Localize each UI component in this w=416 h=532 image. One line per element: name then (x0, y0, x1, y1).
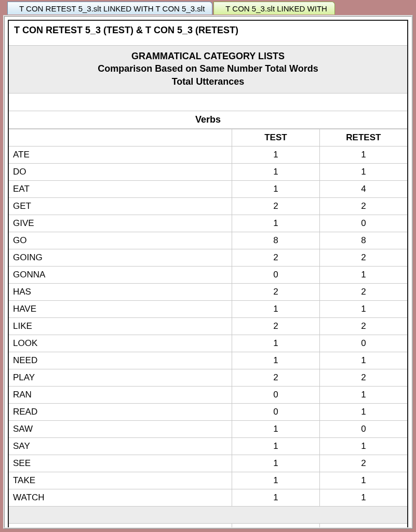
cell-retest: 2 (319, 317, 407, 335)
total-test: 30 (232, 523, 320, 529)
cell-retest: 0 (319, 335, 407, 352)
cell-word: PLAY (9, 369, 232, 386)
cell-test: 2 (232, 249, 320, 266)
cell-word: LOOK (9, 335, 232, 352)
cell-retest: 4 (319, 180, 407, 197)
cell-word: HAVE (9, 300, 232, 317)
cell-word: GET (9, 197, 232, 215)
cell-retest: 0 (319, 420, 407, 437)
table-row: HAVE11 (9, 300, 407, 317)
cell-test: 1 (232, 146, 320, 163)
report-title: T CON RETEST 5_3 (TEST) & T CON 5_3 (RET… (9, 21, 407, 45)
content-border: T CON RETEST 5_3 (TEST) & T CON 5_3 (RET… (3, 15, 413, 529)
header-line1: GRAMMATICAL CATEGORY LISTS (12, 50, 404, 62)
cell-retest: 2 (319, 249, 407, 266)
cell-word: SAW (9, 420, 232, 437)
cell-retest: 2 (319, 455, 407, 472)
cell-test: 1 (232, 163, 320, 180)
table-row: SAW10 (9, 420, 407, 437)
cell-retest: 2 (319, 197, 407, 215)
table-row: ATE11 (9, 146, 407, 163)
cell-word: WATCH (9, 489, 232, 506)
total-retest: 34 (319, 523, 407, 529)
col-word-header (9, 129, 232, 146)
cell-word: TAKE (9, 472, 232, 489)
cell-test: 1 (232, 472, 320, 489)
cell-retest: 1 (319, 300, 407, 317)
cell-retest: 1 (319, 266, 407, 283)
cell-word: SAY (9, 437, 232, 455)
total-label: Total Frequency (9, 523, 232, 529)
cell-word: SEE (9, 455, 232, 472)
cell-test: 1 (232, 335, 320, 352)
cell-test: 1 (232, 437, 320, 455)
cell-retest: 1 (319, 386, 407, 403)
tabbar: T CON RETEST 5_3.slt LINKED WITH T CON 5… (0, 0, 416, 15)
content-outer: T CON RETEST 5_3 (TEST) & T CON 5_3 (RET… (0, 15, 416, 532)
table-row: NEED11 (9, 352, 407, 369)
cell-test: 2 (232, 197, 320, 215)
cell-word: NEED (9, 352, 232, 369)
table-row: HAS22 (9, 283, 407, 300)
cell-retest: 1 (319, 489, 407, 506)
spacer-row (9, 94, 407, 111)
cell-retest: 8 (319, 232, 407, 249)
total-separator (9, 506, 407, 523)
cell-retest: 1 (319, 472, 407, 489)
table-row: SAY11 (9, 437, 407, 455)
header-line2: Comparison Based on Same Number Total Wo… (12, 62, 404, 75)
cell-test: 2 (232, 317, 320, 335)
cell-test: 2 (232, 283, 320, 300)
cell-word: ATE (9, 146, 232, 163)
cell-word: EAT (9, 180, 232, 197)
cell-retest: 1 (319, 352, 407, 369)
cell-word: DO (9, 163, 232, 180)
tab-active[interactable]: T CON RETEST 5_3.slt LINKED WITH T CON 5… (7, 2, 212, 15)
cell-word: READ (9, 403, 232, 420)
cell-word: GOING (9, 249, 232, 266)
table-row: WATCH11 (9, 489, 407, 506)
table-row: GONNA01 (9, 266, 407, 283)
cell-retest: 1 (319, 146, 407, 163)
cell-test: 1 (232, 455, 320, 472)
table-row: SEE12 (9, 455, 407, 472)
table-row: LIKE22 (9, 317, 407, 335)
table-row: TAKE11 (9, 472, 407, 489)
verbs-table: TEST RETEST ATE11DO11EAT14GET22GIVE10GO8… (9, 129, 407, 529)
cell-word: GIVE (9, 215, 232, 232)
table-row: PLAY22 (9, 369, 407, 386)
cell-retest: 2 (319, 283, 407, 300)
header-line3: Total Utterances (12, 75, 404, 88)
table-row: READ01 (9, 403, 407, 420)
cell-test: 1 (232, 420, 320, 437)
table-row: GO88 (9, 232, 407, 249)
table-row: DO11 (9, 163, 407, 180)
table-row: RAN01 (9, 386, 407, 403)
table-row: LOOK10 (9, 335, 407, 352)
cell-test: 1 (232, 352, 320, 369)
cell-test: 1 (232, 489, 320, 506)
total-row: Total Frequency 30 34 (9, 523, 407, 529)
cell-test: 1 (232, 180, 320, 197)
cell-word: LIKE (9, 317, 232, 335)
tab-inactive[interactable]: T CON 5_3.slt LINKED WITH (213, 2, 335, 15)
cell-test: 2 (232, 369, 320, 386)
table-row: EAT14 (9, 180, 407, 197)
cell-test: 1 (232, 215, 320, 232)
table-row: GET22 (9, 197, 407, 215)
col-test-header: TEST (232, 129, 320, 146)
cell-retest: 0 (319, 215, 407, 232)
table-row: GOING22 (9, 249, 407, 266)
cell-word: RAN (9, 386, 232, 403)
cell-test: 0 (232, 266, 320, 283)
cell-test: 8 (232, 232, 320, 249)
table-row: GIVE10 (9, 215, 407, 232)
cell-word: GONNA (9, 266, 232, 283)
cell-retest: 1 (319, 403, 407, 420)
cell-retest: 1 (319, 163, 407, 180)
cell-test: 0 (232, 386, 320, 403)
cell-retest: 1 (319, 437, 407, 455)
col-retest-header: RETEST (319, 129, 407, 146)
cell-retest: 2 (319, 369, 407, 386)
cell-word: GO (9, 232, 232, 249)
